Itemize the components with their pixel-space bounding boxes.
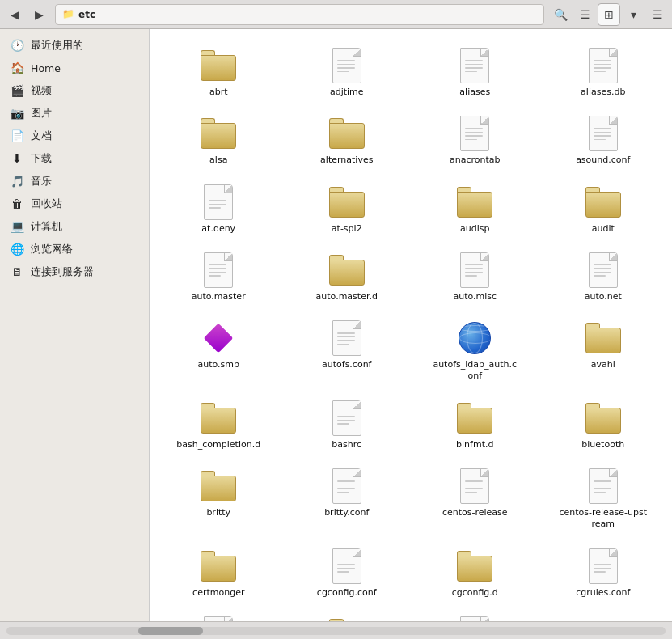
file-item[interactable]: auto.net xyxy=(541,243,666,308)
file-icon xyxy=(199,467,238,506)
file-item[interactable]: asound.conf xyxy=(541,107,666,171)
file-icon xyxy=(328,114,366,153)
file-item[interactable]: aliases.db xyxy=(541,39,666,104)
file-item[interactable]: audisp xyxy=(412,176,538,240)
file-item[interactable]: certmonger xyxy=(156,540,281,604)
sidebar-item-computer[interactable]: 💻 计算机 xyxy=(0,215,149,238)
file-label: autofs.conf xyxy=(322,359,371,370)
sidebar-item-download[interactable]: ⬇ 下载 xyxy=(0,147,149,170)
file-icon xyxy=(328,46,366,85)
file-item[interactable]: cgrules.conf xyxy=(541,540,666,604)
file-item[interactable]: binfmt.d xyxy=(412,391,538,456)
file-item[interactable]: at.deny xyxy=(156,176,281,240)
sidebar-label-download: 下载 xyxy=(31,152,52,166)
statusbar xyxy=(0,621,672,639)
home-icon: 🏠 xyxy=(10,61,24,74)
toolbar-right: 🔍 ☰ ⊞ ▾ ☰ xyxy=(549,3,669,26)
file-item[interactable]: auto.smb xyxy=(156,311,281,388)
file-label: alsa xyxy=(209,154,227,166)
file-label: brltty.conf xyxy=(324,507,369,518)
file-item[interactable]: cgconfig.conf xyxy=(285,540,410,604)
file-item[interactable]: auto.misc xyxy=(412,243,538,308)
file-item[interactable]: audit xyxy=(541,176,666,240)
file-icon xyxy=(584,467,623,506)
download-icon: ⬇ xyxy=(10,152,24,165)
list-view-button[interactable]: ☰ xyxy=(573,3,596,26)
horizontal-scrollbar[interactable] xyxy=(6,627,666,635)
file-item[interactable]: abrt xyxy=(156,39,281,104)
file-icon xyxy=(455,46,494,85)
file-icon xyxy=(584,319,623,358)
file-item[interactable]: adjtime xyxy=(285,39,410,104)
file-item[interactable]: item34 xyxy=(285,607,410,621)
file-item[interactable]: bashrc xyxy=(285,391,410,456)
sidebar-item-video[interactable]: 🎬 视频 xyxy=(0,79,149,102)
file-item[interactable]: alternatives xyxy=(285,107,410,171)
sidebar-item-home[interactable]: 🏠 Home xyxy=(0,57,149,79)
video-icon: 🎬 xyxy=(10,84,24,97)
sidebar-item-network[interactable]: 🌐 浏览网络 xyxy=(0,238,149,260)
file-item[interactable]: cgconfig.d xyxy=(412,540,538,604)
scrollbar-thumb[interactable] xyxy=(138,627,203,635)
search-button[interactable]: 🔍 xyxy=(549,3,572,26)
file-item[interactable]: auto.master xyxy=(156,243,281,308)
sidebar-item-trash[interactable]: 🗑 回收站 xyxy=(0,193,149,215)
file-label: centos-release xyxy=(442,507,508,518)
sidebar-item-recent[interactable]: 🕐 最近使用的 xyxy=(0,34,149,57)
file-item[interactable]: auto.master.d xyxy=(285,243,410,308)
file-label: auto.master xyxy=(192,291,246,303)
file-label: audisp xyxy=(460,223,489,235)
file-item[interactable]: aliases xyxy=(412,39,538,104)
sidebar-item-server[interactable]: 🖥 连接到服务器 xyxy=(0,260,149,283)
breadcrumb-icon: 📁 xyxy=(62,8,75,21)
sort-button[interactable]: ▾ xyxy=(622,3,645,26)
sidebar-label-home: Home xyxy=(31,62,61,74)
recent-icon: 🕐 xyxy=(10,39,24,52)
file-item[interactable]: autofs.conf xyxy=(285,311,410,388)
grid-view-button[interactable]: ⊞ xyxy=(598,3,620,26)
sidebar-item-music[interactable]: 🎵 音乐 xyxy=(0,170,149,193)
file-item[interactable]: item35 xyxy=(412,607,538,621)
file-icon xyxy=(199,399,238,438)
sidebar-item-doc[interactable]: 📄 文档 xyxy=(0,125,149,147)
file-item[interactable]: centos-release xyxy=(412,459,538,536)
file-icon xyxy=(584,399,623,438)
file-icon xyxy=(455,114,494,153)
file-item[interactable]: autofs_ldap_auth.conf xyxy=(412,311,538,388)
file-item[interactable]: anacrontab xyxy=(412,107,538,171)
file-icon xyxy=(455,399,494,438)
back-button[interactable]: ◀ xyxy=(3,3,26,26)
file-icon xyxy=(328,183,366,222)
menu-button[interactable]: ☰ xyxy=(646,3,669,26)
file-item[interactable]: centos-release-upstream xyxy=(541,459,666,536)
computer-icon: 💻 xyxy=(10,220,24,233)
file-label: adjtime xyxy=(330,87,364,98)
file-label: brltty xyxy=(206,507,230,518)
forward-button[interactable]: ▶ xyxy=(27,3,50,26)
file-label: cgrules.conf xyxy=(576,587,630,599)
file-icon xyxy=(328,399,366,438)
file-icon xyxy=(328,547,366,586)
sidebar-label-computer: 计算机 xyxy=(31,220,62,234)
file-icon xyxy=(328,251,366,290)
file-icon xyxy=(584,251,623,290)
file-item[interactable]: brltty xyxy=(156,459,281,536)
file-item[interactable]: alsa xyxy=(156,107,281,171)
file-label: binfmt.d xyxy=(456,439,493,451)
file-label: asound.conf xyxy=(576,154,630,166)
toolbar: ◀ ▶ 📁 etc 🔍 ☰ ⊞ ▾ ☰ xyxy=(0,0,672,29)
sidebar-label-photo: 图片 xyxy=(31,107,52,121)
file-item[interactable]: brltty.conf xyxy=(285,459,410,536)
sidebar-label-server: 连接到服务器 xyxy=(31,265,94,279)
file-item[interactable]: bluetooth xyxy=(541,391,666,456)
doc-icon: 📄 xyxy=(10,129,24,142)
file-item[interactable]: bash_completion.d xyxy=(156,391,281,456)
file-label: auto.misc xyxy=(453,291,497,303)
file-icon xyxy=(199,183,238,222)
file-item[interactable]: item33 xyxy=(156,607,281,621)
file-item[interactable]: avahi xyxy=(541,311,666,388)
sidebar-item-photo[interactable]: 📷 图片 xyxy=(0,102,149,125)
file-icon xyxy=(199,46,238,85)
file-label: alternatives xyxy=(320,154,373,166)
file-item[interactable]: at-spi2 xyxy=(285,176,410,240)
